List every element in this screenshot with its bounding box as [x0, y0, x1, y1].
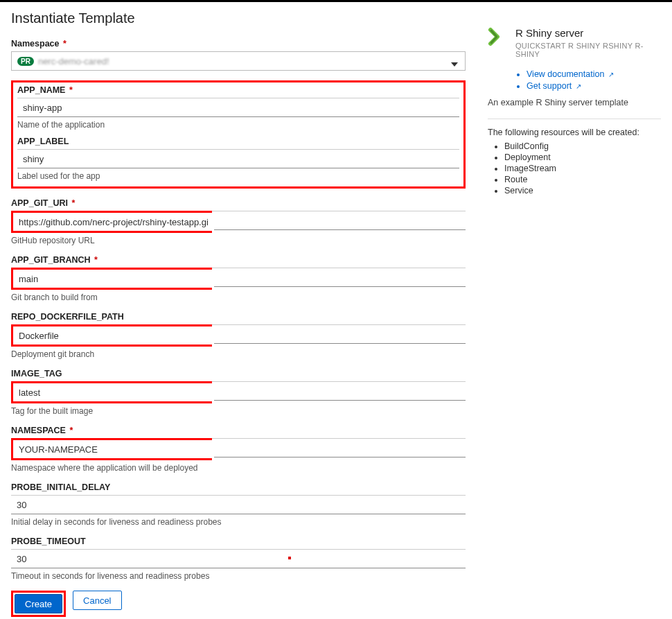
- required-star: *: [69, 85, 73, 95]
- create-button[interactable]: Create: [15, 594, 62, 613]
- dockerfile-label: REPO_DOCKERFILE_PATH: [11, 312, 466, 322]
- dockerfile-help: Deployment git branch: [11, 349, 466, 359]
- namespace-selected-text: nerc-demo-cared!: [38, 56, 109, 67]
- sidebar-title: R Shiny server: [515, 27, 661, 39]
- git-branch-label: APP_GIT_BRANCH *: [11, 255, 466, 265]
- list-item: Service: [504, 186, 661, 195]
- highlight-image-tag: [11, 381, 212, 403]
- highlight-deploy-namespace: [11, 438, 212, 460]
- highlight-create-button: Create: [11, 591, 66, 617]
- git-branch-input[interactable]: [13, 270, 214, 288]
- external-link-icon: ↗: [608, 71, 614, 78]
- info-sidebar: R Shiny server QUICKSTART R SHINY RSHINY…: [482, 2, 661, 617]
- probe-delay-label: PROBE_INITIAL_DELAY: [11, 482, 466, 492]
- app-name-label-text: APP_NAME: [17, 85, 65, 95]
- image-tag-input[interactable]: [13, 383, 214, 401]
- project-badge: PR: [17, 57, 34, 66]
- list-item: Deployment: [504, 152, 661, 162]
- required-star: *: [71, 198, 75, 208]
- field-git-uri: APP_GIT_URI * GitHub repository URL: [11, 198, 466, 245]
- resources-intro: The following resources will be created:: [488, 128, 661, 137]
- page-title: Instantiate Template: [11, 10, 466, 26]
- git-uri-input[interactable]: [13, 213, 214, 231]
- app-name-input[interactable]: [17, 98, 459, 117]
- highlight-dockerfile: [11, 324, 212, 347]
- deploy-ns-label-text: NAMESPACE: [11, 426, 66, 435]
- git-branch-label-text: APP_GIT_BRANCH: [11, 255, 91, 265]
- field-probe-timeout: PROBE_TIMEOUT Timeout in seconds for liv…: [11, 537, 466, 581]
- field-git-branch: APP_GIT_BRANCH * Git branch to build fro…: [11, 255, 466, 302]
- deploy-ns-label: NAMESPACE *: [11, 426, 466, 435]
- highlight-git-branch: [11, 268, 212, 290]
- image-tag-help: Tag for the built image: [11, 406, 466, 416]
- field-app-name: APP_NAME * Name of the application: [13, 82, 463, 130]
- support-link-text: Get support: [527, 81, 572, 91]
- field-namespace: Namespace * PR nerc-demo-cared!: [11, 39, 466, 71]
- app-label-label: APP_LABEL: [17, 137, 459, 146]
- resources-list: BuildConfig Deployment ImageStream Route…: [504, 141, 661, 195]
- sidebar-header: R Shiny server QUICKSTART R SHINY RSHINY…: [488, 27, 661, 65]
- namespace-select[interactable]: PR nerc-demo-cared!: [11, 51, 466, 71]
- sidebar-tags: QUICKSTART R SHINY RSHINY R-SHINY: [515, 42, 661, 58]
- probe-timeout-input[interactable]: [11, 549, 466, 568]
- deploy-ns-help: Namespace where the application will be …: [11, 463, 466, 473]
- chevron-down-icon: [451, 58, 458, 69]
- namespace-label-text: Namespace: [11, 39, 60, 49]
- list-item: Route: [504, 175, 661, 184]
- list-item: View documentation ↗: [527, 69, 661, 79]
- required-star: *: [63, 39, 67, 49]
- dockerfile-input[interactable]: [13, 326, 214, 345]
- git-branch-help: Git branch to build from: [11, 293, 466, 302]
- list-item: Get support ↗: [527, 81, 661, 91]
- form-actions: Create Cancel: [11, 591, 466, 617]
- required-star: *: [69, 426, 73, 435]
- field-app-label: APP_LABEL Label used for the app: [13, 134, 463, 181]
- probe-timeout-label: PROBE_TIMEOUT: [11, 537, 466, 546]
- field-image-tag: IMAGE_TAG Tag for the built image: [11, 369, 466, 416]
- sidebar-links: View documentation ↗ Get support ↗: [527, 69, 661, 91]
- image-tag-label: IMAGE_TAG: [11, 369, 466, 378]
- field-deploy-namespace: NAMESPACE * Namespace where the applicat…: [11, 426, 466, 473]
- probe-delay-help: Initial delay in seconds for liveness an…: [11, 517, 466, 527]
- list-item: BuildConfig: [504, 141, 661, 151]
- main-form: Instantiate Template Namespace * PR nerc…: [11, 2, 482, 617]
- probe-timeout-help: Timeout in seconds for liveness and read…: [11, 571, 466, 581]
- page-container: Instantiate Template Namespace * PR nerc…: [0, 2, 672, 619]
- git-uri-label-text: APP_GIT_URI: [11, 198, 68, 208]
- deploy-ns-input[interactable]: [13, 440, 214, 458]
- required-star: *: [94, 255, 98, 265]
- probe-delay-input[interactable]: [11, 495, 466, 514]
- git-uri-label: APP_GIT_URI *: [11, 198, 466, 208]
- doc-link-text: View documentation: [527, 69, 604, 79]
- app-name-help: Name of the application: [17, 120, 459, 130]
- cancel-button[interactable]: Cancel: [73, 591, 121, 610]
- view-documentation-link[interactable]: View documentation ↗: [527, 69, 614, 79]
- highlight-box-name-label: APP_NAME * Name of the application APP_L…: [11, 80, 466, 189]
- template-icon: [488, 27, 507, 49]
- app-label-input[interactable]: [17, 149, 459, 168]
- app-name-label: APP_NAME *: [17, 85, 459, 95]
- get-support-link[interactable]: Get support ↗: [527, 81, 581, 91]
- field-probe-delay: PROBE_INITIAL_DELAY Initial delay in sec…: [11, 482, 466, 527]
- git-uri-help: GitHub repository URL: [11, 236, 466, 245]
- highlight-git-uri: [11, 211, 212, 233]
- external-link-icon: ↗: [576, 82, 581, 90]
- app-label-help: Label used for the app: [17, 171, 459, 181]
- list-item: ImageStream: [504, 164, 661, 173]
- namespace-label: Namespace *: [11, 39, 466, 49]
- red-dot-icon: [288, 557, 291, 559]
- sidebar-description: An example R Shiny server template: [488, 98, 661, 107]
- sidebar-divider: [488, 119, 661, 119]
- field-dockerfile: REPO_DOCKERFILE_PATH Deployment git bran…: [11, 312, 466, 359]
